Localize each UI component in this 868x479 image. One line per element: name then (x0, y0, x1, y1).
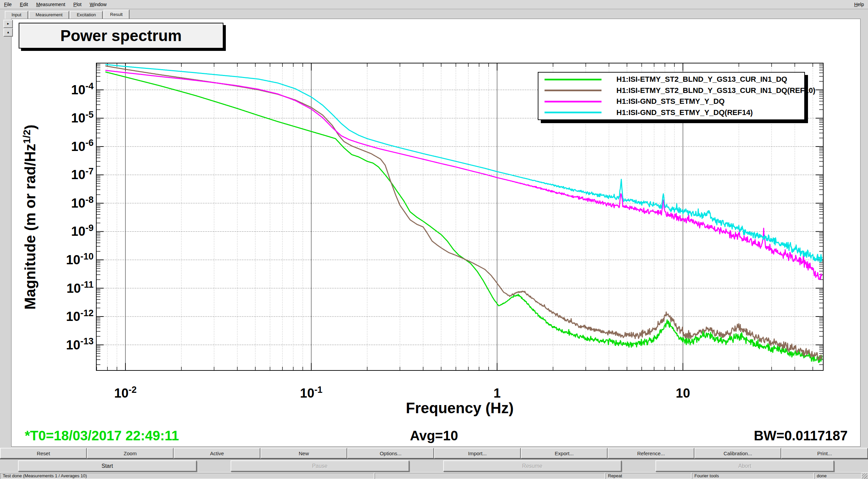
x-tick-label: 10-2 (114, 385, 137, 400)
status-cell-3: Fourier tools (692, 473, 814, 479)
button-active[interactable]: Active (174, 448, 260, 459)
button-new[interactable]: New (260, 448, 347, 459)
x-axis-label: Frequency (Hz) (406, 400, 514, 417)
menu-item-file[interactable]: File (0, 0, 16, 9)
x-tick-label: 10 (676, 386, 690, 400)
resize-grip[interactable] (862, 473, 867, 479)
legend-entry-2: H1:ISI-GND_STS_ETMY_Y_DQ (538, 96, 804, 107)
averages-label: Avg=10 (0, 428, 868, 443)
menu-item-measurement[interactable]: Measurement (32, 0, 70, 9)
button-import[interactable]: Import... (434, 448, 521, 459)
y-tick-label: 10-13 (66, 336, 94, 352)
y-axis-label: Magnitude (m or rad/Hz1/2) (21, 124, 39, 309)
legend-entry-1: H1:ISI-ETMY_ST2_BLND_Y_GS13_CUR_IN1_DQ(R… (538, 85, 804, 96)
right-arrow-icon: ▸ (7, 21, 9, 25)
y-tick-label: 10-6 (71, 138, 94, 153)
y-tick-label: 10-11 (66, 280, 94, 295)
button-zoom[interactable]: Zoom (87, 448, 174, 459)
plot-toolbar: ResetZoomActiveNewOptions...Import...Exp… (0, 448, 868, 459)
legend-line-sample (545, 90, 601, 91)
status-cell-2: Repeat (606, 473, 691, 479)
plot-title: Power spectrum (60, 26, 182, 45)
menu-item-plot[interactable]: Plot (69, 0, 85, 9)
button-reset[interactable]: Reset (0, 448, 87, 459)
plot-legend: H1:ISI-ETMY_ST2_BLND_Y_GS13_CUR_IN1_DQH1… (538, 72, 805, 120)
button-reference[interactable]: Reference... (608, 448, 694, 459)
menu-item-help[interactable]: Help (850, 0, 868, 9)
y-tick-label: 10-10 (66, 251, 94, 267)
status-cell-0: Test done (Measurements 1 / Averages 10) (0, 473, 374, 479)
tab-result[interactable]: Result (103, 9, 130, 19)
button-export[interactable]: Export... (521, 448, 608, 459)
legend-label: H1:ISI-GND_STS_ETMY_Y_DQ (616, 97, 725, 106)
legend-line-sample (545, 101, 601, 102)
legend-label: H1:ISI-GND_STS_ETMY_Y_DQ(REF14) (616, 108, 753, 117)
legend-label: H1:ISI-ETMY_ST2_BLND_Y_GS13_CUR_IN1_DQ(R… (616, 86, 815, 95)
bandwidth-label: BW=0.0117187 (754, 428, 848, 443)
menu-items: FileEditMeasurementPlotWindow (0, 0, 111, 9)
tab-input[interactable]: Input (5, 11, 28, 19)
menu-item-window[interactable]: Window (85, 0, 111, 9)
x-tick-label: 1 (493, 386, 500, 400)
tab-bar: InputMeasurementExcitationResult (5, 9, 130, 19)
tab-measurement[interactable]: Measurement (29, 11, 69, 19)
legend-line-sample (545, 112, 601, 113)
y-tick-label: 10-5 (71, 110, 94, 125)
legend-entry-3: H1:ISI-GND_STS_ETMY_Y_DQ(REF14) (538, 108, 804, 118)
status-cell-4: done (814, 473, 862, 479)
plot-title-box: Power spectrum (19, 23, 223, 49)
y-tick-label: 10-12 (66, 308, 94, 324)
start-button[interactable]: Start (18, 460, 197, 472)
status-bar: Test done (Measurements 1 / Averages 10)… (0, 472, 868, 479)
x-tick-label: 10-1 (300, 385, 322, 400)
legend-label: H1:ISI-ETMY_ST2_BLND_Y_GS13_CUR_IN1_DQ (616, 75, 787, 84)
abort-button[interactable]: Abort (655, 460, 834, 472)
button-options[interactable]: Options... (347, 448, 434, 459)
resume-button[interactable]: Resume (443, 460, 622, 472)
status-cell-1 (375, 473, 605, 479)
y-tick-label: 10-8 (71, 195, 94, 210)
menu-bar: FileEditMeasurementPlotWindow Help (0, 0, 868, 9)
legend-entry-0: H1:ISI-ETMY_ST2_BLND_Y_GS13_CUR_IN1_DQ (538, 74, 804, 84)
pause-button[interactable]: Pause (231, 460, 409, 472)
y-tick-label: 10-9 (71, 223, 94, 238)
button-print[interactable]: Print... (781, 448, 868, 459)
tab-excitation[interactable]: Excitation (70, 11, 102, 19)
button-calibration[interactable]: Calibration... (694, 448, 781, 459)
menu-item-edit[interactable]: Edit (16, 0, 32, 9)
y-tick-label: 10-7 (71, 166, 94, 182)
measurement-controls: StartPauseResumeAbort (0, 460, 868, 472)
legend-line-sample (545, 79, 601, 80)
up-arrow-icon: ▴ (7, 30, 9, 34)
y-tick-label: 10-4 (71, 81, 94, 97)
